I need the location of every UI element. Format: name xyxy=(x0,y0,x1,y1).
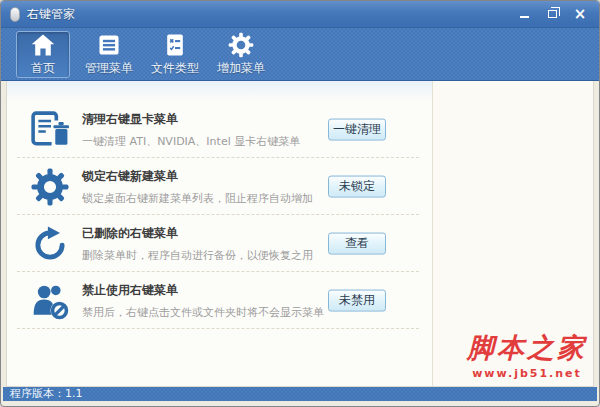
feature-title: 已删除的右键菜单 xyxy=(82,225,313,242)
feature-description: 禁用后，右键点击文件或文件夹时将不会显示菜单 xyxy=(82,305,324,320)
lock-new-menu-icon xyxy=(31,168,69,206)
feature-text: 锁定右键新建菜单 锁定桌面右键新建菜单列表，阻止程序自动增加 xyxy=(82,168,313,206)
feature-text: 禁止使用右键菜单 禁用后，右键点击文件或文件夹时将不会显示菜单 xyxy=(82,282,324,320)
window-controls: × xyxy=(514,6,590,22)
feature-row-deleted-menus: 已删除的右键菜单 删除菜单时，程序自动进行备份，以便恢复之用 查看 xyxy=(7,215,432,272)
titlebar: 右键管家 × xyxy=(1,1,599,28)
disable-context-menu-icon xyxy=(31,282,69,320)
tab-label: 首页 xyxy=(31,60,55,77)
main-toolbar: 首页 管理菜单 xyxy=(1,28,599,81)
home-icon xyxy=(30,32,56,58)
restore-icon xyxy=(548,10,557,18)
window-title: 右键管家 xyxy=(27,6,75,23)
disable-status-button[interactable]: 未禁用 xyxy=(328,289,386,311)
maximize-button[interactable] xyxy=(542,6,562,22)
status-bar: 程序版本：1.1 xyxy=(3,387,597,401)
feature-row-disable-menu: 禁止使用右键菜单 禁用后，右键点击文件或文件夹时将不会显示菜单 未禁用 xyxy=(7,272,432,329)
feature-text: 已删除的右键菜单 删除菜单时，程序自动进行备份，以便恢复之用 xyxy=(82,225,313,263)
main-area: 清理右键显卡菜单 一键清理 ATI、NVIDIA、Intel 显卡右键菜单 一键… xyxy=(6,81,594,387)
feature-title: 清理右键显卡菜单 xyxy=(82,111,300,128)
watermark-site-url: www.jb51.net xyxy=(467,367,587,380)
menu-list-icon xyxy=(96,32,122,58)
feature-title: 锁定右键新建菜单 xyxy=(82,168,313,185)
deleted-menu-backup-icon xyxy=(31,225,69,263)
app-logo-icon xyxy=(10,7,20,22)
window-frame-bottom xyxy=(1,401,599,406)
side-panel: 脚本之家 www.jb51.net xyxy=(433,81,593,386)
app-window: 右键管家 × 首页 管理菜单 xyxy=(0,0,600,407)
feature-title: 禁止使用右键菜单 xyxy=(82,282,324,299)
feature-description: 一键清理 ATI、NVIDIA、Intel 显卡右键菜单 xyxy=(82,134,300,149)
feature-row-clean-gpu: 清理右键显卡菜单 一键清理 ATI、NVIDIA、Intel 显卡右键菜单 一键… xyxy=(7,101,432,158)
file-type-icon xyxy=(162,32,188,58)
tab-file-types[interactable]: 文件类型 xyxy=(148,31,202,78)
feature-text: 清理右键显卡菜单 一键清理 ATI、NVIDIA、Intel 显卡右键菜单 xyxy=(82,111,300,149)
minimize-button[interactable] xyxy=(514,6,534,22)
tab-add-menu[interactable]: 增加菜单 xyxy=(214,31,268,78)
feature-list: 清理右键显卡菜单 一键清理 ATI、NVIDIA、Intel 显卡右键菜单 一键… xyxy=(7,81,433,386)
view-backups-button[interactable]: 查看 xyxy=(328,232,386,254)
clean-gpu-menu-icon xyxy=(31,111,69,149)
watermark-site-name: 脚本之家 xyxy=(467,330,587,366)
feature-row-lock-new-menu: 锁定右键新建菜单 锁定桌面右键新建菜单列表，阻止程序自动增加 未锁定 xyxy=(7,158,432,215)
tab-manage-menu[interactable]: 管理菜单 xyxy=(82,31,136,78)
tab-label: 增加菜单 xyxy=(217,60,265,77)
close-button[interactable]: × xyxy=(570,6,590,22)
add-menu-gear-icon xyxy=(228,32,254,58)
lock-status-button[interactable]: 未锁定 xyxy=(328,175,386,197)
program-version-label: 程序版本：1.1 xyxy=(10,387,83,400)
tab-label: 管理菜单 xyxy=(85,60,133,77)
minimize-icon xyxy=(520,16,529,18)
site-watermark: 脚本之家 www.jb51.net xyxy=(467,330,587,380)
clean-gpu-button[interactable]: 一键清理 xyxy=(328,118,386,140)
feature-description: 锁定桌面右键新建菜单列表，阻止程序自动增加 xyxy=(82,191,313,206)
feature-description: 删除菜单时，程序自动进行备份，以便恢复之用 xyxy=(82,248,313,263)
tab-home[interactable]: 首页 xyxy=(16,31,70,78)
tab-label: 文件类型 xyxy=(151,60,199,77)
